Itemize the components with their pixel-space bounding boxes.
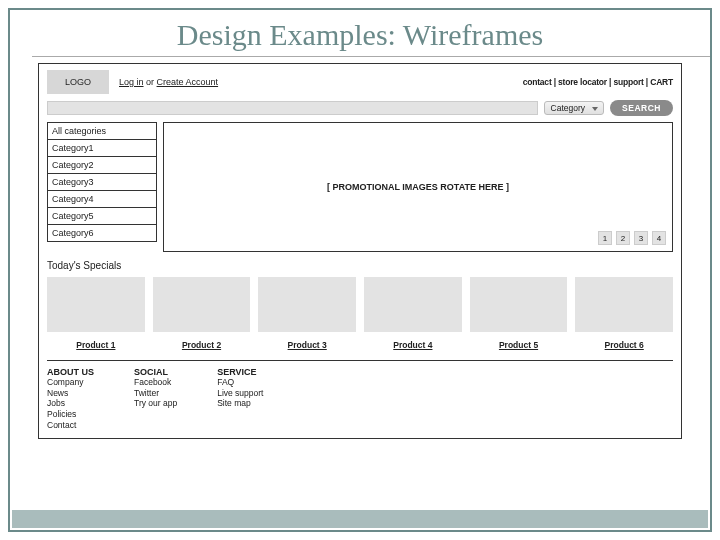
- product-image: [364, 277, 462, 332]
- footer-link[interactable]: Facebook: [134, 377, 177, 388]
- product-row: Product 1 Product 2 Product 3 Product 4 …: [47, 277, 673, 350]
- category-dropdown-label: Category: [551, 103, 586, 113]
- auth-row: Log in or Create Account: [119, 77, 218, 87]
- category-item[interactable]: Category3: [47, 174, 157, 191]
- promo-page-1[interactable]: 1: [598, 231, 612, 245]
- auth-sep: or: [144, 77, 157, 87]
- search-button[interactable]: SEARCH: [610, 100, 673, 116]
- footer-link[interactable]: Try our app: [134, 398, 177, 409]
- promo-pager: 1 2 3 4: [598, 231, 666, 245]
- product-image: [575, 277, 673, 332]
- promo-page-4[interactable]: 4: [652, 231, 666, 245]
- footer-link[interactable]: Policies: [47, 409, 94, 420]
- footer-link[interactable]: Company: [47, 377, 94, 388]
- store-locator-link[interactable]: store locator: [558, 77, 607, 87]
- footer-link[interactable]: FAQ: [217, 377, 263, 388]
- promo-page-3[interactable]: 3: [634, 231, 648, 245]
- search-row: Category SEARCH: [47, 100, 673, 116]
- footer-head: SERVICE: [217, 367, 263, 377]
- slide-bottom-band: [12, 510, 708, 528]
- product-image: [153, 277, 251, 332]
- product-card[interactable]: Product 6: [575, 277, 673, 350]
- title-rule: [32, 56, 710, 57]
- footer-link[interactable]: Twitter: [134, 388, 177, 399]
- category-item[interactable]: Category2: [47, 157, 157, 174]
- footer-link[interactable]: Site map: [217, 398, 263, 409]
- slide-title: Design Examples: Wireframes: [10, 10, 710, 56]
- product-image: [470, 277, 568, 332]
- product-label: Product 2: [182, 340, 221, 350]
- footer-col-about: ABOUT US Company News Jobs Policies Cont…: [47, 367, 94, 430]
- product-card[interactable]: Product 1: [47, 277, 145, 350]
- product-card[interactable]: Product 4: [364, 277, 462, 350]
- support-link[interactable]: support: [613, 77, 643, 87]
- product-label: Product 5: [499, 340, 538, 350]
- footer-head: ABOUT US: [47, 367, 94, 377]
- topbar: LOGO Log in or Create Account contact | …: [47, 70, 673, 94]
- mid-row: All categories Category1 Category2 Categ…: [47, 122, 673, 252]
- category-item[interactable]: Category4: [47, 191, 157, 208]
- search-input[interactable]: [47, 101, 538, 115]
- promo-label: [ PROMOTIONAL IMAGES ROTATE HERE ]: [327, 182, 509, 192]
- wireframe-container: LOGO Log in or Create Account contact | …: [38, 63, 682, 439]
- category-item[interactable]: All categories: [47, 123, 157, 140]
- product-label: Product 6: [605, 340, 644, 350]
- category-dropdown[interactable]: Category: [544, 101, 605, 115]
- login-link[interactable]: Log in: [119, 77, 144, 87]
- footer-link[interactable]: News: [47, 388, 94, 399]
- product-image: [47, 277, 145, 332]
- footer-link[interactable]: Live support: [217, 388, 263, 399]
- footer-link[interactable]: Jobs: [47, 398, 94, 409]
- category-list: All categories Category1 Category2 Categ…: [47, 122, 157, 252]
- category-item[interactable]: Category5: [47, 208, 157, 225]
- footer-link[interactable]: Contact: [47, 420, 94, 431]
- specials-heading: Today's Specials: [47, 260, 673, 271]
- product-image: [258, 277, 356, 332]
- create-account-link[interactable]: Create Account: [157, 77, 219, 87]
- contact-link[interactable]: contact: [523, 77, 552, 87]
- product-card[interactable]: Product 3: [258, 277, 356, 350]
- product-label: Product 1: [76, 340, 115, 350]
- promo-page-2[interactable]: 2: [616, 231, 630, 245]
- top-links: contact | store locator | support | CART: [523, 77, 673, 87]
- promo-area: [ PROMOTIONAL IMAGES ROTATE HERE ] 1 2 3…: [163, 122, 673, 252]
- product-label: Product 3: [288, 340, 327, 350]
- category-item[interactable]: Category6: [47, 225, 157, 242]
- category-item[interactable]: Category1: [47, 140, 157, 157]
- product-card[interactable]: Product 5: [470, 277, 568, 350]
- cart-link[interactable]: CART: [650, 77, 673, 87]
- product-label: Product 4: [393, 340, 432, 350]
- footer-col-service: SERVICE FAQ Live support Site map: [217, 367, 263, 430]
- footer-head: SOCIAL: [134, 367, 177, 377]
- logo[interactable]: LOGO: [47, 70, 109, 94]
- slide-frame: Design Examples: Wireframes LOGO Log in …: [8, 8, 712, 532]
- product-card[interactable]: Product 2: [153, 277, 251, 350]
- footer: ABOUT US Company News Jobs Policies Cont…: [47, 360, 673, 430]
- footer-col-social: SOCIAL Facebook Twitter Try our app: [134, 367, 177, 430]
